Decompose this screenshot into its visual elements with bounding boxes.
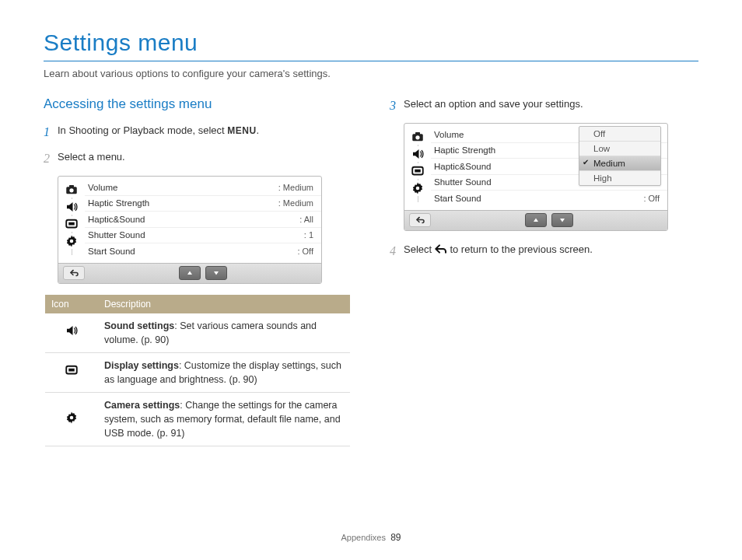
icon-description-table: Icon Description Sound settings: Set var…: [45, 295, 350, 447]
menu-label: MENU: [227, 125, 256, 136]
page-number: 89: [390, 532, 401, 543]
dropdown-option-medium[interactable]: Medium: [579, 156, 660, 171]
svg-rect-15: [415, 170, 421, 173]
step-number: 1: [44, 123, 58, 142]
svg-rect-9: [68, 369, 75, 372]
step-number: 3: [390, 96, 404, 115]
step-text: Select a menu.: [58, 149, 125, 165]
gear-icon: [409, 180, 426, 196]
back-button[interactable]: [409, 213, 431, 227]
menu-icon-column: [58, 177, 85, 263]
up-button[interactable]: [179, 266, 201, 280]
svg-marker-6: [187, 271, 192, 275]
menu-icon-column: [404, 124, 431, 210]
back-button[interactable]: [63, 266, 85, 280]
camera-icon: [63, 182, 80, 198]
svg-point-13: [415, 135, 419, 139]
down-button[interactable]: [551, 213, 573, 227]
display-icon: [63, 216, 80, 232]
camera-menu-screenshot: Volume: Medium Haptic Strength: Medium H…: [58, 176, 322, 284]
svg-point-2: [69, 188, 73, 192]
left-column: Accessing the settings menu 1 In Shootin…: [44, 96, 352, 446]
table-row: Camera settings: Change the settings for…: [45, 393, 350, 446]
menu-footer-bar: [404, 210, 667, 230]
sound-icon: [45, 313, 98, 353]
camera-icon: [409, 129, 426, 145]
sound-icon: [63, 199, 80, 215]
svg-rect-12: [415, 132, 420, 135]
menu-row: Start Sound: Off: [431, 191, 667, 207]
dropdown-option-off[interactable]: Off: [579, 127, 660, 142]
table-row: Sound settings: Set various camera sound…: [45, 313, 350, 353]
step-4: 4 Select to return to the previous scree…: [390, 242, 698, 261]
svg-point-10: [70, 415, 74, 419]
step-text: In Shooting or Playback mode, select MEN…: [58, 123, 259, 138]
menu-row: Shutter Sound: 1: [85, 228, 321, 244]
menu-list: Volume: Medium Haptic Strength: Medium H…: [85, 177, 321, 263]
menu-row: Haptic&Sound: All: [85, 212, 321, 228]
table-description: Camera settings: Change the settings for…: [98, 393, 350, 446]
menu-row: Volume: Medium: [85, 180, 321, 196]
svg-point-16: [416, 187, 420, 191]
svg-marker-18: [560, 219, 565, 222]
step-3: 3 Select an option and save your setting…: [390, 96, 698, 115]
table-description: Sound settings: Set various camera sound…: [98, 313, 350, 353]
svg-point-5: [70, 240, 74, 243]
section-heading: Accessing the settings menu: [44, 96, 352, 112]
dropdown-option-high[interactable]: High: [579, 171, 660, 185]
up-button[interactable]: [525, 213, 547, 227]
display-icon: [45, 352, 98, 392]
display-icon: [409, 163, 426, 179]
svg-rect-1: [69, 185, 74, 187]
step-number: 4: [390, 242, 404, 261]
down-button[interactable]: [205, 266, 227, 280]
step-number: 2: [44, 149, 58, 168]
table-description: Display settings: Customize the display …: [98, 352, 350, 392]
table-header-description: Description: [98, 295, 350, 313]
right-column: 3 Select an option and save your setting…: [390, 96, 698, 446]
return-icon: [435, 243, 447, 254]
step-2: 2 Select a menu.: [44, 149, 352, 168]
svg-rect-4: [68, 222, 75, 226]
footer-section: Appendixes: [341, 533, 387, 542]
camera-menu-screenshot: Volume Haptic Strength Haptic&Sound Shut…: [404, 123, 668, 231]
step-text: Select to return to the previous screen.: [404, 242, 593, 257]
page-title: Settings menu: [44, 30, 698, 61]
svg-marker-7: [214, 271, 219, 275]
menu-row: Haptic Strength: Medium: [85, 196, 321, 212]
gear-icon: [45, 393, 98, 446]
svg-marker-17: [534, 219, 538, 222]
dropdown-option-low[interactable]: Low: [579, 142, 660, 156]
table-header-icon: Icon: [45, 295, 98, 313]
step-text: Select an option and save your settings.: [404, 96, 583, 112]
gear-icon: [63, 233, 80, 249]
table-row: Display settings: Customize the display …: [45, 352, 350, 392]
page-footer: Appendixes 89: [0, 532, 742, 543]
menu-footer-bar: [58, 263, 321, 283]
sound-icon: [409, 146, 426, 162]
volume-dropdown[interactable]: Off Low Medium High: [579, 126, 661, 186]
intro-text: Learn about various options to configure…: [44, 68, 698, 79]
menu-row: Start Sound: Off: [85, 243, 321, 260]
step-1: 1 In Shooting or Playback mode, select M…: [44, 123, 352, 142]
